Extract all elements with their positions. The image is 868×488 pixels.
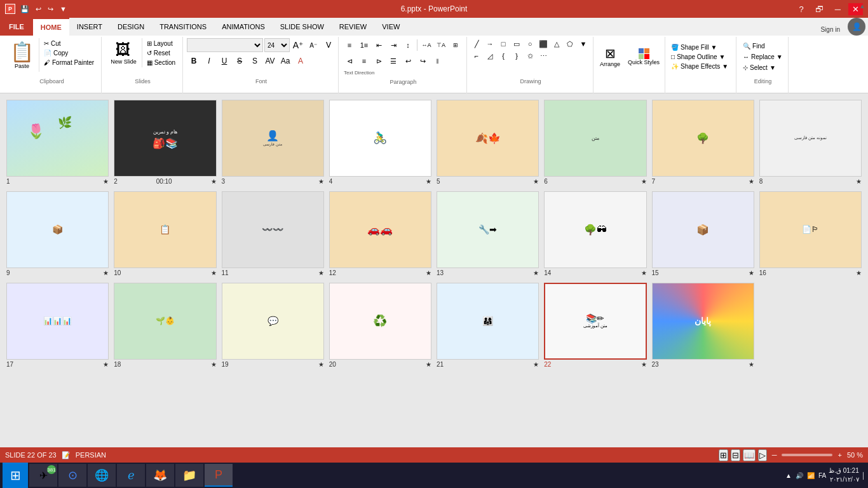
shape-rect[interactable]: □ [498,38,509,50]
slide-item-10[interactable]: 📋 10 ★ [114,191,216,278]
reset-button[interactable]: ↺ Reset [145,49,177,57]
slide-thumb-4[interactable]: 🚴‍♂️ [329,100,431,177]
bold-button[interactable]: B [187,54,201,68]
clear-format-button[interactable]: Ⅴ [322,38,336,52]
tab-file[interactable]: FILE [0,18,33,36]
center-button[interactable]: ≡ [357,54,371,68]
strikethrough-button[interactable]: S [233,54,247,68]
justify-button[interactable]: ☰ [386,54,400,68]
shape-outline-button[interactable]: □ Shape Outline ▼ [669,53,727,61]
slide-thumb-10[interactable]: 📋 [114,191,216,268]
slide-thumb-18[interactable]: 🌱👶 [114,283,216,360]
customize-qa-button[interactable]: ▼ [57,4,69,14]
slide-thumb-21[interactable]: 👨‍👩‍👧 [437,283,539,360]
new-slide-button[interactable]: 🖼 New Slide [105,38,142,67]
shape-more[interactable]: ⬛ [538,38,549,50]
shape-6[interactable]: { [498,50,509,62]
slideshow-button[interactable]: ▷ [758,449,767,461]
redo-button[interactable]: ↪ [45,4,56,15]
decrease-font-button[interactable]: A⁻ [306,38,320,52]
shape-8[interactable]: ✩ [524,50,536,62]
align-left-button[interactable]: ⊲ [342,54,356,68]
slide-item-11[interactable]: 〰️〰️ 11 ★ [222,191,324,278]
format-painter-button[interactable]: 🖌 Format Painter [42,58,96,67]
save-button[interactable]: 💾 [18,4,32,15]
slide-thumb-6[interactable]: متن [544,100,646,177]
slide-thumb-9[interactable]: 📦 [6,191,109,268]
font-family-select[interactable] [187,38,263,52]
select-button[interactable]: ⊹ Select ▼ [740,63,778,72]
slide-thumb-16[interactable]: 📄🏳 [759,191,862,268]
shape-effects-button[interactable]: ✨ Shape Effects ▼ [669,62,730,71]
slide-item-23[interactable]: پایان 23 ★ [652,283,754,369]
tab-slideshow[interactable]: SLIDE SHOW [273,18,332,36]
slide-item-8[interactable]: نمونه متن فارسی 8 ★ [759,100,862,186]
quick-styles-button[interactable]: Quick Styles [625,46,662,68]
slide-item-20[interactable]: ♻️ 20 ★ [329,283,431,369]
slide-item-3[interactable]: 👤متن فارسی 3 ★ [222,100,324,186]
minimize-button[interactable]: ─ [831,3,844,15]
line-spacing-button[interactable]: ↕ [401,38,415,52]
shapes-dropdown[interactable]: ▼ [578,38,589,50]
slide-item-21[interactable]: 👨‍👩‍👧 21 ★ [437,283,539,369]
slide-thumb-23[interactable]: پایان [652,283,754,360]
tab-home[interactable]: HOME [33,18,69,36]
char-spacing-button[interactable]: AV [263,54,277,68]
increase-font-button[interactable]: A⁺ [291,38,305,52]
align-text-button[interactable]: ⊤A [434,38,448,52]
numbering-button[interactable]: 1≡ [357,38,371,52]
slide-grid-area[interactable]: 🌷🌿 1 ★ هام و تمرین🎒📚 2 00:10 ★ 👤متن فارس… [0,93,868,447]
slide-item-19[interactable]: 💬 19 ★ [222,283,324,369]
replace-button[interactable]: ↔ Replace ▼ [740,52,785,62]
show-desktop-button[interactable]: │ [862,472,865,479]
slide-item-5[interactable]: 🍂🍁 5 ★ [437,100,539,186]
slide-item-17[interactable]: 📊📊📊 17 ★ [6,283,109,369]
slide-thumb-20[interactable]: ♻️ [329,283,431,360]
taskbar-chrome[interactable]: ⊙ [58,464,86,487]
slide-item-15[interactable]: 📦 15 ★ [652,191,754,278]
restore-button[interactable]: 🗗 [811,3,827,15]
paste-button[interactable]: 📋 Paste [5,38,39,72]
slide-item-4[interactable]: 🚴‍♂️ 4 ★ [329,100,431,186]
font-size-select[interactable]: 24 [264,38,290,52]
increase-indent-button[interactable]: ⇥ [386,38,400,52]
taskbar-edge-chromium[interactable]: 🌐 [88,464,116,487]
slide-thumb-22[interactable]: 📚✏متن آموزشی [544,283,646,360]
taskbar-explorer[interactable]: 📁 [175,464,203,487]
slide-thumb-2[interactable]: هام و تمرین🎒📚 [114,100,216,177]
slide-item-1[interactable]: 🌷🌿 1 ★ [6,100,109,186]
slide-thumb-8[interactable]: نمونه متن فارسی [759,100,862,177]
tab-insert[interactable]: INSERT [69,18,110,36]
shape-oval[interactable]: ○ [524,38,536,50]
tab-animations[interactable]: ANIMATIONS [214,18,273,36]
ltr-button[interactable]: ↪ [416,54,430,68]
align-right-button[interactable]: ⊳ [372,54,386,68]
slide-item-16[interactable]: 📄🏳 16 ★ [759,191,862,278]
tab-view[interactable]: VIEW [374,18,407,36]
slide-item-22[interactable]: 📚✏متن آموزشی 22 ★ [544,283,646,369]
shape-rounded-rect[interactable]: ▭ [511,38,522,50]
find-button[interactable]: 🔍 Find [740,41,767,51]
font-color-button[interactable]: A [294,54,308,68]
zoom-slider[interactable] [782,454,832,456]
bullets-button[interactable]: ≡ [342,38,356,52]
slide-thumb-15[interactable]: 📦 [652,191,754,268]
shape-fill-button[interactable]: 🪣 Shape Fill ▼ [669,43,719,51]
slide-item-2[interactable]: هام و تمرین🎒📚 2 00:10 ★ [114,100,216,186]
sign-in-button[interactable]: Sign in [815,24,845,36]
reading-view-button[interactable]: 📖 [743,449,756,461]
slide-thumb-5[interactable]: 🍂🍁 [437,100,539,177]
slide-thumb-3[interactable]: 👤متن فارسی [222,100,324,177]
shape-7[interactable]: } [511,50,522,62]
slide-thumb-14[interactable]: 🌳🕶 [544,191,646,268]
shape-5[interactable]: ◿ [484,50,496,62]
layout-button[interactable]: ⊞ Layout [145,39,177,48]
shape-line[interactable]: ╱ [471,38,482,50]
tab-design[interactable]: DESIGN [110,18,152,36]
slide-thumb-1[interactable]: 🌷🌿 [6,100,109,177]
decrease-indent-button[interactable]: ⇤ [372,38,386,52]
slide-item-18[interactable]: 🌱👶 18 ★ [114,283,216,369]
zoom-plus[interactable]: + [837,451,841,459]
start-button[interactable]: ⊞ [3,463,28,488]
slide-item-14[interactable]: 🌳🕶 14 ★ [544,191,646,278]
